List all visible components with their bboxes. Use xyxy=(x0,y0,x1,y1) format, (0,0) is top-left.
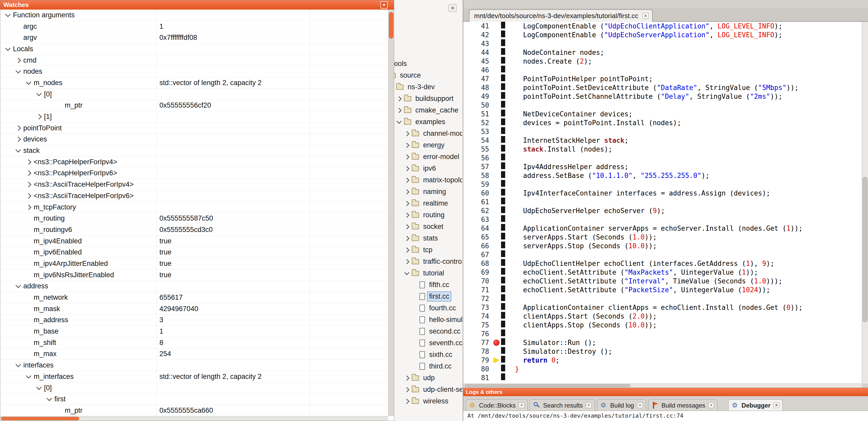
line-number[interactable]: 68 xyxy=(463,260,492,267)
horizontal-scrollbar[interactable] xyxy=(0,416,388,421)
watch-row[interactable]: interfaces xyxy=(0,360,388,371)
expand-icon[interactable] xyxy=(26,182,31,187)
watch-row[interactable]: devices xyxy=(0,134,388,145)
code-line[interactable]: 60 Ipv4InterfaceContainer interfaces = a… xyxy=(463,189,862,198)
code-line[interactable]: 41 LogComponentEnable ("UdpEchoClientApp… xyxy=(463,22,862,31)
code-line[interactable]: 79 return 0; xyxy=(463,356,862,365)
code-line[interactable]: 53 xyxy=(463,127,862,136)
breakpoint-margin[interactable] xyxy=(492,286,501,294)
breakpoint-margin[interactable] xyxy=(492,57,501,66)
logs-tab-search-results[interactable]: Search results× xyxy=(530,399,595,411)
breakpoint-margin[interactable] xyxy=(492,198,501,206)
watch-row[interactable]: pointToPoint xyxy=(0,123,388,134)
close-icon[interactable]: × xyxy=(708,402,714,408)
breakpoint-margin[interactable] xyxy=(492,189,501,198)
watch-row[interactable]: m_mask4294967040 xyxy=(0,303,388,315)
breakpoint-margin[interactable] xyxy=(492,66,501,74)
breakpoint-margin[interactable] xyxy=(492,356,501,365)
expand-icon[interactable] xyxy=(404,201,409,206)
watch-row[interactable]: cmd xyxy=(0,55,388,66)
expand-icon[interactable] xyxy=(404,259,409,264)
line-number[interactable]: 75 xyxy=(463,321,492,329)
expand-icon[interactable] xyxy=(404,154,409,160)
line-number[interactable]: 81 xyxy=(463,374,492,382)
code-line[interactable]: 76 xyxy=(463,329,862,338)
code-line[interactable]: 44 NodeContainer nodes; xyxy=(463,48,862,57)
close-icon[interactable]: × xyxy=(637,402,643,408)
code-line[interactable]: 59 xyxy=(463,180,862,189)
watch-row[interactable]: [1] xyxy=(0,111,388,123)
watch-row[interactable]: <ns3::AsciiTraceHelperForIpv4> xyxy=(0,179,388,190)
expand-icon[interactable] xyxy=(26,193,31,199)
expand-icon[interactable] xyxy=(404,177,409,183)
code-line[interactable]: 65 serverApps.Start (Seconds (1.0)); xyxy=(463,233,862,241)
watch-row[interactable]: argv0x7fffffffdf08 xyxy=(0,32,388,43)
line-number[interactable]: 43 xyxy=(463,40,492,47)
line-number[interactable]: 51 xyxy=(463,110,492,118)
scrollbar-thumb[interactable] xyxy=(464,384,630,387)
logs-tab-build-log[interactable]: Build log× xyxy=(597,399,646,411)
expand-icon[interactable] xyxy=(26,170,31,176)
code-line[interactable]: 46 xyxy=(463,66,862,74)
code-line[interactable]: 73 ApplicationContainer clientApps = ech… xyxy=(463,303,862,312)
collapse-icon[interactable] xyxy=(397,119,402,124)
code-line[interactable]: 42 LogComponentEnable ("UdpEchoServerApp… xyxy=(463,31,862,39)
breakpoint-margin[interactable] xyxy=(492,365,501,374)
line-number[interactable]: 56 xyxy=(463,154,492,162)
breakpoint-margin[interactable] xyxy=(492,277,501,286)
watch-row[interactable]: m_ptr0x5555555ca660 xyxy=(0,405,388,416)
expand-icon[interactable] xyxy=(16,57,21,63)
code-line[interactable]: 56 xyxy=(463,154,862,162)
breakpoint-margin[interactable] xyxy=(492,268,501,277)
line-number[interactable]: 45 xyxy=(463,57,492,65)
breakpoint-margin[interactable] xyxy=(492,136,501,145)
expand-icon[interactable] xyxy=(404,399,409,404)
code-line[interactable]: 55 stack.Install (nodes); xyxy=(463,145,862,154)
line-number[interactable]: 64 xyxy=(463,224,492,232)
vertical-scrollbar[interactable] xyxy=(388,9,394,416)
breakpoint-margin[interactable] xyxy=(492,241,501,250)
expand-icon[interactable] xyxy=(404,248,409,253)
watch-row[interactable]: m_address3 xyxy=(0,315,388,326)
line-number[interactable]: 59 xyxy=(463,181,492,188)
breakpoint-margin[interactable] xyxy=(492,303,501,312)
breakpoint-margin[interactable] xyxy=(492,374,501,382)
expand-icon[interactable] xyxy=(404,376,409,381)
watch-row[interactable]: m_network655617 xyxy=(0,292,388,303)
breakpoint-margin[interactable] xyxy=(492,294,501,303)
line-number[interactable]: 48 xyxy=(463,84,492,92)
breakpoint-margin[interactable] xyxy=(492,162,501,171)
logs-tab-code-blocks[interactable]: Code::Blocks× xyxy=(466,399,528,411)
code-line[interactable]: 80} xyxy=(463,365,862,374)
collapse-icon[interactable] xyxy=(36,384,42,390)
code-line[interactable]: 62 UdpEchoServerHelper echoServer (9); xyxy=(463,206,862,215)
watch-row[interactable]: m_ipv4Enabledtrue xyxy=(0,235,388,247)
code-line[interactable]: 43 xyxy=(463,39,862,48)
collapse-icon[interactable] xyxy=(16,68,21,73)
watch-row[interactable]: stack xyxy=(0,145,388,157)
code-line[interactable]: 75 clientApps.Stop (Seconds (10.0)); xyxy=(463,321,862,329)
watch-row[interactable]: m_routingv60x5555555cd3c0 xyxy=(0,224,388,235)
code-line[interactable]: 58 address.SetBase ("10.1.1.0", "255.255… xyxy=(463,171,862,180)
breakpoint-margin[interactable] xyxy=(492,250,501,259)
breakpoint-margin[interactable] xyxy=(492,92,501,101)
line-number[interactable]: 46 xyxy=(463,66,492,74)
watches-titlebar[interactable]: Watches × xyxy=(0,0,394,9)
code-line[interactable]: 72 xyxy=(463,294,862,303)
expand-icon[interactable] xyxy=(404,213,409,218)
line-number[interactable]: 50 xyxy=(463,101,492,109)
code-line[interactable]: 68 UdpEchoClientHelper echoClient (inter… xyxy=(463,259,862,268)
expand-icon[interactable] xyxy=(404,143,409,148)
line-number[interactable]: 54 xyxy=(463,136,492,144)
breakpoint-margin[interactable] xyxy=(492,329,501,338)
breakpoint-margin[interactable] xyxy=(492,31,501,39)
watch-row[interactable]: m_base1 xyxy=(0,326,388,337)
watch-row[interactable]: m_max254 xyxy=(0,349,388,360)
line-number[interactable]: 79 xyxy=(463,356,492,364)
breakpoint-margin[interactable] xyxy=(492,233,501,241)
close-icon[interactable]: × xyxy=(774,402,779,408)
code-line[interactable]: 66 serverApps.Stop (Seconds (10.0)); xyxy=(463,241,862,250)
expand-icon[interactable] xyxy=(36,114,42,120)
breakpoint-margin[interactable] xyxy=(492,22,501,31)
collapse-icon[interactable] xyxy=(16,362,21,367)
